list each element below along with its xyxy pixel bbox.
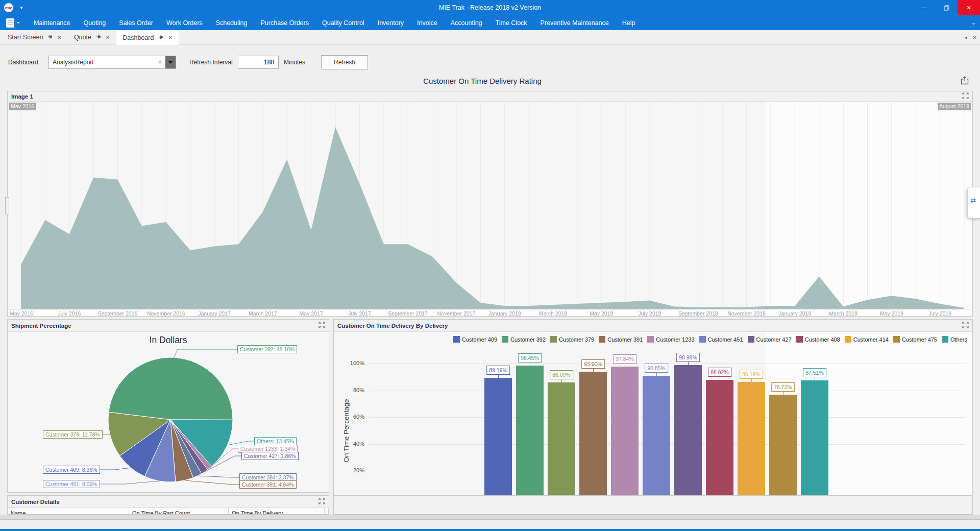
pie-chart[interactable]: In Dollars Customer 392: 48.10%Others: 1…	[8, 332, 329, 492]
dashboard-combobox[interactable]: AnalysisReport ✕	[48, 56, 176, 69]
legend-item-customer-1233[interactable]: Customer 1233	[647, 336, 694, 343]
legend-label: Customer 1233	[656, 336, 694, 343]
legend-item-customer-427[interactable]: Customer 427	[748, 336, 792, 343]
restore-button[interactable]	[935, 0, 958, 15]
menu-item-sales-order[interactable]: Sales Order	[112, 15, 160, 30]
tab-label: Quote	[74, 34, 91, 41]
application-menu-icon[interactable]	[6, 18, 14, 28]
image1-panel-header: Image 1	[8, 91, 972, 102]
menubar-collapse-icon[interactable]: ⌄	[971, 19, 976, 26]
maximize-panel-icon[interactable]	[962, 322, 969, 329]
tab-dashboard[interactable]: Dashboard✕	[116, 30, 179, 45]
left-splitter-handle[interactable]	[5, 197, 9, 214]
document-tabstrip: Start Screen✕Quote✕Dashboard✕ ▾ ✕	[0, 30, 980, 45]
legend-item-customer-409[interactable]: Customer 409	[453, 336, 497, 343]
details-column-header[interactable]: On Time By Part Count	[129, 508, 229, 515]
menu-item-help[interactable]: Help	[616, 15, 642, 30]
refresh-interval-input[interactable]	[238, 56, 279, 69]
menu-item-preventive-maintenance[interactable]: Preventive Maintenance	[534, 15, 616, 30]
bar-label-leader	[815, 377, 815, 380]
bar-customer-451[interactable]	[643, 376, 670, 498]
pie-label-others: Others: 13.45%	[254, 437, 297, 445]
area-chart[interactable]	[8, 102, 972, 312]
bar-customer-475[interactable]	[769, 395, 797, 498]
refresh-button[interactable]: Refresh	[321, 55, 368, 69]
tab-close-all-icon[interactable]: ✕	[973, 35, 977, 40]
tab-start-screen[interactable]: Start Screen✕	[2, 30, 68, 44]
legend-label: Customer 414	[853, 336, 889, 343]
menu-item-invoice[interactable]: Invoice	[410, 15, 444, 30]
area-axis-tick: November 2017	[433, 310, 479, 317]
pin-icon[interactable]	[47, 34, 53, 41]
menu-item-accounting[interactable]: Accounting	[444, 15, 489, 30]
maximize-panel-icon[interactable]	[962, 92, 969, 100]
legend-item-customer-451[interactable]: Customer 451	[699, 336, 743, 343]
legend-item-others[interactable]: Others	[942, 336, 967, 343]
menu-item-purchase-orders[interactable]: Purchase Orders	[254, 15, 315, 30]
close-button[interactable]: ✕	[958, 0, 980, 15]
pin-icon[interactable]	[96, 34, 101, 41]
bar-chart-legend: Customer 409Customer 392Customer 379Cust…	[453, 336, 967, 343]
bar-customer-1233[interactable]	[611, 367, 639, 498]
area-axis-tick: March 2018	[530, 310, 576, 317]
tab-quote[interactable]: Quote✕	[68, 30, 116, 44]
window-title: MIE Trak - Release 2018 v2 Version	[0, 4, 980, 11]
bar-customer-408[interactable]	[706, 380, 733, 498]
customer-details-panel: Customer Details NameOn Time By Part Cou…	[7, 495, 329, 515]
tab-close-icon[interactable]: ✕	[168, 35, 172, 40]
bar-label-leader	[720, 377, 720, 380]
legend-swatch	[748, 336, 754, 343]
legend-label: Customer 392	[510, 336, 546, 343]
menu-item-inventory[interactable]: Inventory	[371, 15, 410, 30]
bar-customer-392[interactable]	[516, 366, 544, 498]
legend-item-customer-408[interactable]: Customer 408	[796, 336, 840, 343]
bar-value-label: 90.85%	[645, 364, 668, 373]
tab-close-icon[interactable]: ✕	[106, 35, 110, 40]
combobox-dropdown-button[interactable]	[165, 56, 176, 68]
maximize-panel-icon[interactable]	[318, 322, 325, 329]
bar-customer-409[interactable]	[484, 378, 512, 498]
menu-item-work-orders[interactable]: Work Orders	[160, 15, 209, 30]
legend-item-customer-414[interactable]: Customer 414	[845, 336, 889, 343]
details-scrollbar-sliver[interactable]	[325, 508, 329, 515]
tab-list-dropdown-icon[interactable]: ▾	[965, 35, 968, 40]
shipment-panel-header: Shipment Percentage	[8, 320, 329, 332]
legend-label: Customer 408	[805, 336, 840, 343]
flyout-panel-handle[interactable]: ⇄	[967, 187, 980, 219]
pie-label-customer-379: Customer 379: 11.78%	[43, 430, 103, 439]
horizontal-scrollbar[interactable]	[0, 515, 980, 520]
pie-slice-customer-392[interactable]	[109, 357, 233, 420]
bar-others[interactable]	[801, 380, 828, 498]
export-icon[interactable]	[960, 76, 970, 88]
menu-item-scheduling[interactable]: Scheduling	[209, 15, 254, 30]
pin-icon	[96, 34, 101, 39]
legend-item-customer-475[interactable]: Customer 475	[893, 336, 937, 343]
bar-customer-414[interactable]	[738, 382, 765, 498]
legend-item-customer-379[interactable]: Customer 379	[550, 336, 594, 343]
menu-item-maintenance[interactable]: Maintenance	[27, 15, 77, 30]
dashboard-controls: Dashboard AnalysisReport ✕ Refresh Inter…	[0, 55, 980, 70]
details-panel-title: Customer Details	[11, 499, 60, 505]
legend-swatch	[550, 336, 557, 343]
legend-label: Others	[950, 336, 967, 343]
details-column-header[interactable]: Name	[8, 508, 129, 515]
bar-chart[interactable]: Customer 409Customer 392Customer 379Cust…	[334, 332, 972, 508]
area-axis-tick: May 2017	[288, 310, 334, 317]
tab-close-icon[interactable]: ✕	[57, 35, 61, 40]
combobox-clear-icon[interactable]: ✕	[158, 59, 162, 66]
bar-customer-427[interactable]	[674, 365, 702, 498]
menu-item-quoting[interactable]: Quoting	[77, 15, 113, 30]
legend-item-customer-391[interactable]: Customer 391	[599, 336, 643, 343]
flyout-icon: ⇄	[970, 197, 976, 204]
menu-item-quality-control[interactable]: Quality Control	[315, 15, 371, 30]
bar-customer-379[interactable]	[548, 382, 575, 498]
legend-item-customer-392[interactable]: Customer 392	[502, 336, 546, 343]
maximize-panel-icon[interactable]	[318, 498, 325, 505]
legend-label: Customer 379	[559, 336, 594, 343]
menu-item-time-clock[interactable]: Time Clock	[489, 15, 534, 30]
details-column-header[interactable]: On Time By Delivery	[229, 508, 325, 515]
bar-customer-391[interactable]	[579, 372, 607, 498]
pin-icon[interactable]	[158, 34, 163, 41]
minimize-button[interactable]	[913, 0, 935, 15]
bar-y-tick: 80%	[338, 387, 364, 393]
